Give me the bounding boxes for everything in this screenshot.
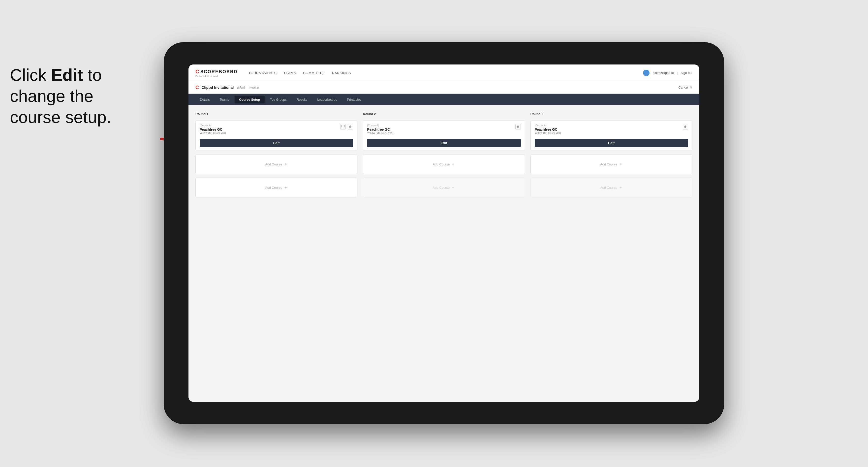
tablet-frame: C SCOREBOARD Powered by clippd TOURNAMEN… — [164, 42, 724, 424]
add-course-label-r2-2: Add Course — [433, 186, 450, 189]
sub-header: C Clippd Invitational (Men) Hosting Canc… — [188, 81, 700, 94]
tab-course-setup[interactable]: Course Setup — [235, 96, 265, 103]
nav-rankings[interactable]: RANKINGS — [332, 71, 351, 75]
top-nav: C SCOREBOARD Powered by clippd TOURNAMEN… — [188, 64, 700, 81]
add-course-text-1: Add Course ＋ — [265, 162, 288, 167]
course-details-2: Yellow (M) (6629 yds) — [367, 131, 393, 134]
add-course-label-r3-2: Add Course — [600, 186, 617, 189]
sub-logo-c: C — [195, 85, 199, 90]
plus-icon-r3-2: ＋ — [619, 185, 623, 190]
round-1-course-card: (Course A) Peachtree GC Yellow (M) (6629… — [195, 120, 358, 151]
round-3-add-course-2: Add Course ＋ — [530, 178, 692, 197]
round-2-course-card: (Course A) Peachtree GC Yellow (M) (6629… — [363, 120, 525, 151]
round-2-add-course-2: Add Course ＋ — [363, 178, 525, 197]
course-name: Peachtree GC — [199, 127, 226, 131]
add-course-label-1: Add Course — [265, 162, 282, 166]
round-3-add-course-1[interactable]: Add Course ＋ — [530, 154, 692, 174]
course-card-header: (Course A) Peachtree GC Yellow (M) (6629… — [199, 124, 353, 137]
logo-sub: Powered by clippd — [195, 75, 238, 77]
cancel-icon: ✕ — [690, 86, 692, 89]
tablet-screen: C SCOREBOARD Powered by clippd TOURNAMEN… — [188, 64, 700, 402]
logo-title: SCOREBOARD — [200, 69, 238, 74]
sign-out-link[interactable]: Sign out — [681, 71, 692, 75]
round-1-edit-button[interactable]: Edit — [199, 139, 353, 147]
course-name-2: Peachtree GC — [367, 127, 393, 131]
nav-separator: | — [677, 71, 678, 75]
cancel-label: Cancel — [679, 86, 688, 89]
plus-icon-r3-1: ＋ — [619, 162, 623, 167]
avatar — [643, 70, 650, 76]
nav-left: C SCOREBOARD Powered by clippd TOURNAMEN… — [195, 68, 351, 77]
delete-icon-3[interactable]: 🗑 — [683, 124, 688, 129]
reorder-icon[interactable]: ⋮⋮ — [340, 124, 346, 129]
tab-leaderboards[interactable]: Leaderboards — [313, 96, 341, 103]
plus-icon-2: ＋ — [284, 185, 288, 190]
tab-results[interactable]: Results — [292, 96, 312, 103]
course-info-3: (Course A) Peachtree GC Yellow (M) (6629… — [535, 124, 561, 137]
round-2-title: Round 2 — [363, 112, 525, 116]
tab-tee-groups[interactable]: Tee Groups — [266, 96, 291, 103]
nav-teams[interactable]: TEAMS — [283, 71, 296, 75]
user-email: blair@clippd.io — [652, 71, 674, 75]
course-name-3: Peachtree GC — [535, 127, 561, 131]
course-card-header-3: (Course A) Peachtree GC Yellow (M) (6629… — [535, 124, 688, 137]
plus-icon-1: ＋ — [284, 162, 288, 167]
course-info: (Course A) Peachtree GC Yellow (M) (6629… — [199, 124, 226, 137]
main-content: Round 1 (Course A) Peachtree GC Yellow (… — [188, 105, 700, 402]
tournament-name: Clippd Invitational — [202, 85, 234, 90]
course-label-3: (Course A) — [535, 124, 561, 127]
delete-icon-2[interactable]: 🗑 — [515, 124, 521, 129]
card-icons: ⋮⋮ 🗑 — [340, 124, 353, 129]
round-3-course-card: (Course A) Peachtree GC Yellow (M) (6629… — [530, 120, 692, 151]
sub-header-left: C Clippd Invitational (Men) Hosting — [195, 85, 259, 90]
round-1-column: Round 1 (Course A) Peachtree GC Yellow (… — [195, 112, 358, 197]
logo-c-icon: C — [195, 68, 199, 75]
add-course-label-r2-1: Add Course — [433, 162, 450, 166]
add-course-text-2: Add Course ＋ — [265, 185, 288, 190]
tab-printables[interactable]: Printables — [342, 96, 366, 103]
round-1-add-course-2[interactable]: Add Course ＋ — [195, 178, 358, 197]
tournament-gender: (Men) — [237, 86, 245, 89]
add-course-text-r3-2: Add Course ＋ — [600, 185, 623, 190]
course-details-3: Yellow (M) (6629 yds) — [535, 131, 561, 134]
hosting-badge: Hosting — [249, 86, 259, 89]
nav-links: TOURNAMENTS TEAMS COMMITTEE RANKINGS — [248, 71, 351, 75]
round-2-edit-button[interactable]: Edit — [367, 139, 521, 147]
round-1-title: Round 1 — [195, 112, 358, 116]
round-3-title: Round 3 — [530, 112, 692, 116]
nav-committee[interactable]: COMMITTEE — [303, 71, 325, 75]
add-course-text-r3-1: Add Course ＋ — [600, 162, 623, 167]
course-label-2: (Course A) — [367, 124, 393, 127]
round-2-add-course-1[interactable]: Add Course ＋ — [363, 154, 525, 174]
add-course-label-r3-1: Add Course — [600, 162, 617, 166]
tab-details[interactable]: Details — [195, 96, 214, 103]
card-icons-2: 🗑 — [515, 124, 521, 129]
course-info-2: (Course A) Peachtree GC Yellow (M) (6629… — [367, 124, 393, 137]
rounds-grid: Round 1 (Course A) Peachtree GC Yellow (… — [195, 112, 692, 197]
logo: C SCOREBOARD Powered by clippd — [195, 68, 238, 77]
round-3-column: Round 3 (Course A) Peachtree GC Yellow (… — [530, 112, 692, 197]
plus-icon-r2-1: ＋ — [451, 162, 455, 167]
round-2-column: Round 2 (Course A) Peachtree GC Yellow (… — [363, 112, 525, 197]
course-details: Yellow (M) (6629 yds) — [199, 131, 226, 134]
add-course-label-2: Add Course — [265, 186, 282, 189]
course-card-header-2: (Course A) Peachtree GC Yellow (M) (6629… — [367, 124, 521, 137]
plus-icon-r2-2: ＋ — [451, 185, 455, 190]
nav-right: blair@clippd.io | Sign out — [643, 70, 692, 76]
tab-teams[interactable]: Teams — [215, 96, 234, 103]
round-3-edit-button[interactable]: Edit — [535, 139, 688, 147]
tabs-bar: Details Teams Course Setup Tee Groups Re… — [188, 94, 700, 105]
add-course-text-r2-2: Add Course ＋ — [433, 185, 455, 190]
delete-icon[interactable]: 🗑 — [348, 124, 353, 129]
add-course-text-r2-1: Add Course ＋ — [433, 162, 455, 167]
round-1-add-course-1[interactable]: Add Course ＋ — [195, 154, 358, 174]
nav-tournaments[interactable]: TOURNAMENTS — [248, 71, 277, 75]
instruction-text: Click Edit tochange thecourse setup. — [10, 64, 111, 128]
course-label: (Course A) — [199, 124, 226, 127]
card-icons-3: 🗑 — [683, 124, 688, 129]
cancel-button[interactable]: Cancel ✕ — [679, 86, 692, 89]
